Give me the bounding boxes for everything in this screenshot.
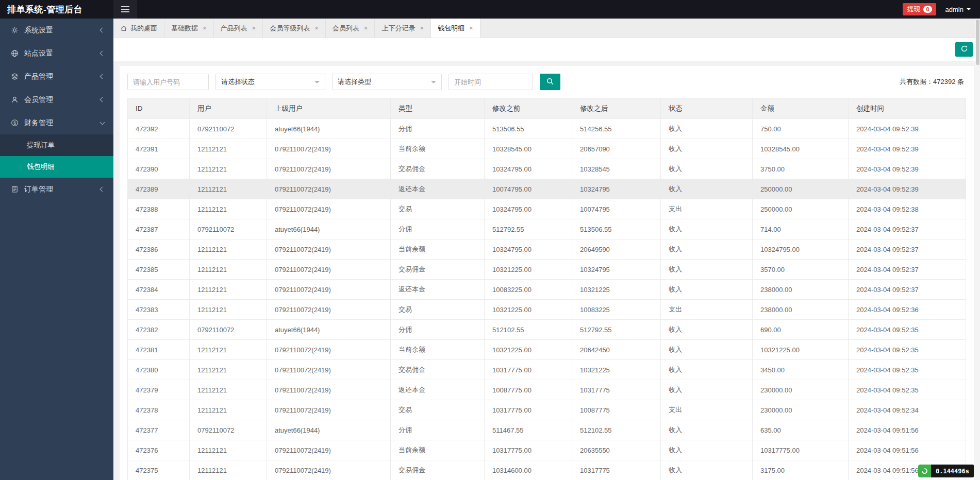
table-row[interactable]: 472384121121210792110072(2419)返还本金100832… — [128, 280, 966, 300]
table-cell: 交易佣金 — [391, 260, 485, 280]
sidebar-item-finance-management[interactable]: $财务管理 — [0, 111, 113, 134]
table-row[interactable]: 472376121121210792110072(2419)当前余额103177… — [128, 440, 966, 460]
sidebar-subitem-withdraw-orders[interactable]: 提现订单 — [0, 134, 113, 156]
table-cell: 当前余额 — [391, 139, 485, 159]
type-select[interactable]: 请选择类型 — [332, 74, 442, 90]
table-cell: 12112121 — [190, 260, 267, 280]
filter-row: 请选择状态 请选择类型 共有数据：472392 条 — [127, 74, 966, 90]
table-cell: 收入 — [661, 219, 753, 239]
admin-menu[interactable]: admin — [945, 6, 971, 13]
table-cell: 20649590 — [572, 239, 661, 260]
column-header: 上级用户 — [267, 98, 391, 119]
table-cell: 12112121 — [190, 280, 267, 300]
table-cell: 472384 — [128, 280, 190, 300]
scrollbar-thumb[interactable] — [976, 20, 979, 65]
sidebar-item-member-management[interactable]: 会员管理 — [0, 88, 113, 111]
member-icon — [10, 96, 19, 104]
table-cell: 2024-03-04 09:52:35 — [849, 380, 966, 400]
tab-score-records[interactable]: 上下分记录× — [375, 19, 431, 38]
tab-member-list[interactable]: 会员列表× — [326, 19, 375, 38]
start-time-input[interactable] — [449, 74, 533, 90]
refresh-button[interactable] — [955, 42, 973, 57]
table-cell: 当前余额 — [391, 440, 485, 460]
close-icon[interactable]: × — [203, 25, 207, 31]
close-icon[interactable]: × — [420, 25, 424, 31]
table-row[interactable]: 472388121121210792110072(2419)交易10324795… — [128, 199, 966, 219]
sidebar-item-order-management[interactable]: 订单管理 — [0, 178, 113, 201]
column-header: 用户 — [190, 98, 267, 119]
status-select-value: 请选择状态 — [221, 77, 255, 87]
table-cell: 交易佣金 — [391, 460, 485, 480]
table-row[interactable]: 472380121121210792110072(2419)交易佣金103177… — [128, 360, 966, 380]
table-cell: 472378 — [128, 400, 190, 420]
user-number-input[interactable] — [127, 74, 209, 90]
tab-wallet-details[interactable]: 钱包明细× — [431, 19, 480, 38]
table-cell: 514256.55 — [572, 119, 661, 139]
sidebar-item-site-settings[interactable]: 站点设置 — [0, 42, 113, 65]
table-cell: 2024-03-04 09:52:38 — [849, 199, 966, 219]
table-cell: 472387 — [128, 219, 190, 239]
topbar-right: 提现 0 admin — [903, 3, 980, 15]
table-cell: 0792110072(2419) — [267, 440, 391, 460]
table-row[interactable]: 472385121121210792110072(2419)交易佣金103212… — [128, 260, 966, 280]
table-row[interactable]: 4723770792110072atuyet66(1944)分佣511467.5… — [128, 420, 966, 440]
tab-desktop[interactable]: 我的桌面 — [113, 19, 164, 38]
table-cell: 10321225.00 — [485, 300, 572, 320]
table-row[interactable]: 4723820792110072atuyet66(1944)分佣512102.5… — [128, 320, 966, 340]
sidebar-item-system-settings[interactable]: 系统设置 — [0, 19, 113, 42]
tab-label: 上下分记录 — [381, 24, 415, 33]
table-row[interactable]: 472391121121210792110072(2419)当前余额103285… — [128, 139, 966, 159]
table-cell: atuyet66(1944) — [267, 219, 391, 239]
trace-time-badge[interactable]: 0.144496s — [918, 465, 974, 477]
table-cell: 10321225 — [572, 280, 661, 300]
table-cell: 10324795 — [572, 260, 661, 280]
table-cell: 收入 — [661, 239, 753, 260]
table-row[interactable]: 472378121121210792110072(2419)交易10317775… — [128, 400, 966, 420]
table-cell: 2024-03-04 09:52:35 — [849, 360, 966, 380]
close-icon[interactable]: × — [252, 25, 256, 31]
table-cell: 472390 — [128, 159, 190, 179]
table-row[interactable]: 4723920792110072atuyet66(1944)分佣513506.5… — [128, 119, 966, 139]
close-icon[interactable]: × — [469, 25, 473, 31]
tab-product-list[interactable]: 产品列表× — [214, 19, 263, 38]
withdraw-indicator[interactable]: 提现 0 — [903, 3, 936, 15]
table-cell: 512792.55 — [572, 320, 661, 340]
table-row[interactable]: 472375121121210792110072(2419)交易佣金103146… — [128, 460, 966, 480]
table-row[interactable]: 472390121121210792110072(2419)交易佣金103247… — [128, 159, 966, 179]
site-icon — [10, 49, 19, 58]
sidebar-item-product-management[interactable]: 产品管理 — [0, 65, 113, 88]
wallet-details-table: ID用户上级用户类型修改之前修改之后状态金额创建时间 4723920792110… — [127, 98, 966, 480]
table-cell: 472376 — [128, 440, 190, 460]
table-cell: 10314600.00 — [485, 460, 572, 480]
sidebar-item-label: 订单管理 — [24, 185, 101, 194]
tab-base-data[interactable]: 基础数据× — [164, 19, 214, 38]
table-cell: 230000.00 — [753, 400, 849, 420]
table-cell: 2024-03-04 09:52:36 — [849, 300, 966, 320]
table-cell: 10328545.00 — [753, 139, 849, 159]
table-cell: 10321225.00 — [485, 340, 572, 360]
table-cell: 3450.00 — [753, 360, 849, 380]
table-row[interactable]: 472389121121210792110072(2419)返还本金100747… — [128, 179, 966, 199]
scrollbar[interactable] — [975, 19, 980, 480]
tab-member-level-list[interactable]: 会员等级列表× — [263, 19, 326, 38]
table-row[interactable]: 472379121121210792110072(2419)返还本金100877… — [128, 380, 966, 400]
table-cell: 714.00 — [753, 219, 849, 239]
table-cell: 0792110072(2419) — [267, 360, 391, 380]
table-cell: 10317775.00 — [485, 400, 572, 420]
status-select[interactable]: 请选择状态 — [215, 74, 325, 90]
submenu-finance-management: 提现订单钱包明细 — [0, 134, 113, 178]
close-icon[interactable]: × — [314, 25, 319, 31]
table-cell: 3570.00 — [753, 260, 849, 280]
table-row[interactable]: 472386121121210792110072(2419)当前余额103247… — [128, 239, 966, 260]
tab-bar: 我的桌面基础数据×产品列表×会员等级列表×会员列表×上下分记录×钱包明细× — [113, 19, 980, 38]
table-cell: 10083225 — [572, 300, 661, 320]
sidebar-subitem-wallet-details[interactable]: 钱包明细 — [0, 156, 113, 178]
table-row[interactable]: 472383121121210792110072(2419)交易10321225… — [128, 300, 966, 320]
menu-toggle-icon[interactable] — [113, 0, 137, 19]
search-button[interactable] — [540, 74, 560, 90]
table-row[interactable]: 4723870792110072atuyet66(1944)分佣512792.5… — [128, 219, 966, 239]
product-icon — [10, 73, 19, 81]
close-icon[interactable]: × — [364, 25, 368, 31]
table-cell: 12112121 — [190, 300, 267, 320]
table-row[interactable]: 472381121121210792110072(2419)当前余额103212… — [128, 340, 966, 360]
